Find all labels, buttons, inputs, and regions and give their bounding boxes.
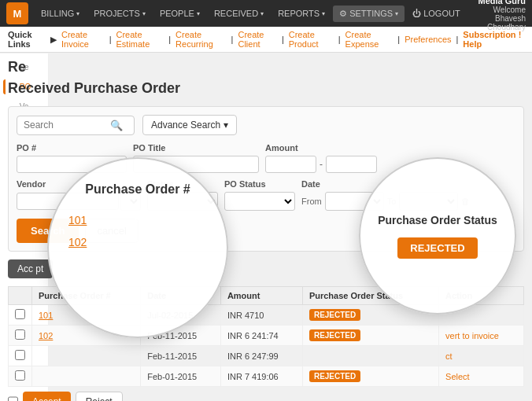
po-num-field: PO # (17, 143, 127, 173)
accept-button[interactable]: Accept (23, 392, 71, 401)
po-link[interactable]: 101 (32, 305, 141, 326)
nav-settings[interactable]: ⚙ SETTINGS ▾ (333, 6, 405, 22)
top-nav: M BILLING ▾ PROJECTS ▾ PEOPLE ▾ RECEIVED… (0, 0, 532, 27)
search-section: 🔍 Advance Search ▾ PO # PO Title (8, 106, 524, 252)
status-select[interactable] (147, 192, 218, 211)
po-title-field: PO Title (133, 143, 259, 173)
quick-link-preferences[interactable]: Preferences (405, 35, 451, 44)
date-field: Date From To 🗑 (301, 179, 470, 211)
row-checkbox[interactable] (15, 329, 25, 340)
table-row: Feb-01-2015 INR 7 419:06 REJECTED Select (9, 366, 524, 387)
table-section: Acc pt Purchase Order # Date Amount Purc… (8, 259, 524, 401)
status-field: Status (147, 179, 218, 211)
amount-field: Amount - (265, 143, 377, 173)
clear-dates-icon[interactable]: 🗑 (461, 197, 470, 206)
quick-link-create-estimate[interactable]: Create Estimate (116, 30, 164, 49)
date-from-select[interactable] (325, 192, 384, 211)
row-date: Jul-02-2015 (141, 305, 221, 326)
vendor-input[interactable] (17, 193, 119, 210)
nav-billing[interactable]: BILLING ▾ (35, 6, 86, 21)
to-label: To (387, 197, 397, 206)
row-checkbox[interactable] (15, 370, 25, 381)
advance-search-row2: Vendor Status PO Status Date (17, 179, 515, 211)
table-row: 101 Jul-02-2015 INR 4710 REJECTED (9, 305, 524, 326)
chevron-down-icon: ▾ (260, 10, 264, 17)
nav-reports[interactable]: REPORTS ▾ (272, 6, 331, 21)
amount-separator: - (320, 159, 323, 170)
content-area: Re Received Purchase Order 🔍 Advance Sea… (0, 53, 532, 401)
nav-items: BILLING ▾ PROJECTS ▾ PEOPLE ▾ RECEIVED ▾… (35, 6, 467, 22)
po-title-label: PO Title (133, 143, 259, 153)
quick-link-create-invoice[interactable]: Create Invoice (61, 30, 105, 49)
row-action (439, 305, 524, 326)
advance-search-button[interactable]: Advance Search ▾ (142, 115, 237, 135)
accept-top-button[interactable]: Acc pt (8, 259, 53, 278)
nav-received[interactable]: RECEIVED ▾ (208, 6, 270, 21)
quick-link-create-recurring[interactable]: Create Recurring (175, 30, 227, 49)
reject-button[interactable]: Reject (76, 392, 123, 401)
from-label: From (301, 197, 322, 206)
chevron-down-icon: ▾ (197, 10, 200, 17)
vendor-label: Vendor (17, 179, 141, 189)
col-po-num: Purchase Order # (32, 287, 141, 305)
cancel-button[interactable]: cancel (85, 219, 139, 243)
row-checkbox[interactable] (15, 350, 25, 360)
col-checkbox (9, 287, 32, 305)
search-input[interactable] (24, 120, 110, 131)
po-num-label: PO # (17, 143, 127, 153)
gear-icon: ⚙ (339, 9, 347, 19)
row-action[interactable]: Select (439, 366, 524, 387)
amount-from-input[interactable] (265, 156, 316, 173)
chevron-down-icon: ▾ (395, 10, 398, 17)
quick-link-create-client[interactable]: Create Client (238, 30, 276, 49)
chevron-down-icon: ▾ (224, 120, 228, 131)
quick-links-label: Quick Links (8, 30, 46, 49)
po-title-input[interactable] (133, 156, 259, 173)
chevron-down-icon: ▾ (142, 10, 146, 17)
row-date: Feb-11-2015 (141, 326, 221, 346)
quick-links-bar: Quick Links ▶ Create Invoice | Create Es… (0, 27, 532, 53)
po-num-input[interactable] (17, 156, 127, 173)
quick-link-create-expense[interactable]: Create Expense (345, 30, 393, 49)
row-status: REJECTED (302, 366, 438, 387)
amount-to-input[interactable] (326, 156, 377, 173)
row-checkbox[interactable] (15, 309, 25, 319)
page-wrapper: Se PO Ve Re Received Purchase Order 🔍 Ad… (0, 53, 532, 401)
col-amount: Amount (220, 287, 302, 305)
row-amount: INR 7 419:06 (220, 366, 302, 387)
chevron-down-icon: ▾ (322, 10, 325, 17)
table-bottom-actions: Accept Reject (8, 392, 524, 401)
date-label: Date (301, 179, 470, 189)
col-status: Purchase Order Status (302, 287, 438, 305)
row-status: REJECTED (302, 305, 438, 326)
search-top: 🔍 Advance Search ▾ (17, 115, 515, 135)
nav-people[interactable]: PEOPLE ▾ (153, 6, 206, 21)
vendor-select[interactable] (120, 192, 141, 211)
nav-projects[interactable]: PROJECTS ▾ (87, 6, 152, 21)
quick-link-subscription[interactable]: Subscription ! Help (463, 30, 524, 49)
po-status-select[interactable] (224, 192, 295, 211)
search-input-wrap: 🔍 (17, 116, 135, 135)
row-action[interactable]: vert to invoice (439, 326, 524, 346)
col-action: Action (439, 287, 524, 305)
po-link[interactable]: 102 (32, 326, 141, 346)
po-link[interactable] (32, 366, 141, 387)
date-to-select[interactable] (399, 192, 458, 211)
quick-link-create-product[interactable]: Create Product (289, 30, 334, 49)
col-date: Date (141, 287, 221, 305)
search-button[interactable]: Search (17, 219, 79, 243)
status-label: Status (147, 179, 218, 189)
po-table: Purchase Order # Date Amount Purchase Or… (8, 286, 524, 387)
nav-logout[interactable]: ⏻ LOGOUT (406, 6, 466, 21)
select-all-checkbox[interactable] (8, 392, 18, 401)
row-status: REJECTED (302, 326, 438, 346)
user-info: Media Guru Welcome Bhavesh Choudhary (473, 0, 526, 31)
po-link[interactable] (32, 346, 141, 366)
table-row: Feb-11-2015 INR 6 247:99 ct (9, 346, 524, 366)
row-action[interactable]: ct (439, 346, 524, 366)
advance-search-fields: PO # PO Title Amount - (17, 143, 515, 173)
table-row: 102 Feb-11-2015 INR 6 241:74 REJECTED ve… (9, 326, 524, 346)
amount-label: Amount (265, 143, 377, 153)
row-amount: INR 6 241:74 (220, 326, 302, 346)
search-icon-button[interactable]: 🔍 (110, 120, 123, 131)
